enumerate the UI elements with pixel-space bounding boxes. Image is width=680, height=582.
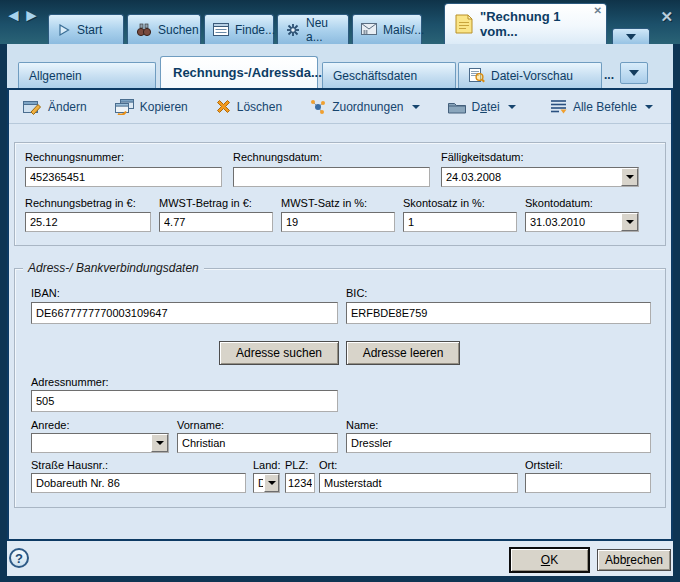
window-tab-finden[interactable]: Finde... [204, 14, 274, 44]
skontodatum-combobox[interactable]: 31.03.2010 [525, 212, 639, 232]
toolbar-label: Löschen [237, 100, 282, 114]
window-tab-neu[interactable]: Neu a... [277, 14, 349, 44]
mail-icon [361, 23, 377, 36]
window-tab-label: Suchen [158, 23, 199, 37]
faelligkeitsdatum-label: Fälligkeitsdatum: [441, 151, 524, 163]
tab-geschaeftsdaten[interactable]: Geschäftsdaten [322, 62, 456, 88]
toolbar-label: Ändern [48, 100, 87, 114]
kopieren-button[interactable]: Kopieren [115, 99, 188, 115]
loeschen-button[interactable]: Löschen [216, 99, 282, 114]
page-tab-label: Rechnungs-/Adressda... [173, 65, 322, 80]
tab-list-dropdown-button[interactable] [612, 28, 650, 44]
button-label: Abbrechen [605, 553, 663, 567]
window-tab-label: Start [77, 23, 102, 37]
iban-label: IBAN: [31, 287, 60, 299]
toolbar: Ändern Kopieren Löschen Zuordnungen D [9, 90, 671, 124]
bic-label: BIC: [346, 287, 367, 299]
window-tab-rechnung-active[interactable]: "Rechnung 1 vom... ✕ [444, 3, 607, 44]
back-arrow-icon[interactable]: ◄ [5, 6, 22, 26]
tab-close-icon[interactable]: ✕ [594, 6, 602, 16]
invoice-data-group: Rechnungsnummer: Rechnungsdatum: Fälligk… [14, 142, 666, 246]
binoculars-icon [136, 23, 152, 37]
page-tab-label: Allgemein [29, 69, 82, 83]
window-tab-label: Finde... [235, 23, 275, 37]
window-tab-label: Neu a... [306, 16, 340, 44]
abbrechen-button[interactable]: Abbrechen [597, 549, 671, 571]
anrede-label: Anrede: [31, 419, 70, 431]
alle-befehle-menu-button[interactable]: Alle Befehle [550, 99, 653, 114]
toolbar-label: Kopieren [140, 100, 188, 114]
mwst-betrag-field[interactable] [159, 212, 273, 232]
ortsteil-label: Ortsteil: [525, 459, 563, 471]
skontosatz-field[interactable] [403, 212, 517, 232]
page-tab-label: Datei-Vorschau [491, 69, 573, 83]
plz-field[interactable] [285, 473, 315, 493]
page-tab-label: Geschäftsdaten [333, 69, 417, 83]
help-icon[interactable]: ? [9, 548, 29, 568]
tab-rechnungs-adressdaten[interactable]: Rechnungs-/Adressda... [160, 56, 318, 88]
rechnungsbetrag-field[interactable] [25, 212, 151, 232]
combobox-value: D [258, 477, 263, 489]
datei-menu-button[interactable]: Datei [448, 100, 516, 114]
window-tab-bar: ◄ ► Start Suchen Finde... Neu a... Mails… [0, 0, 680, 44]
help-glyph: ? [15, 551, 23, 566]
window-tab-label: Mails/... [383, 23, 424, 37]
rechnungsnummer-label: Rechnungsnummer: [25, 151, 124, 163]
combobox-value: 24.03.2008 [446, 171, 620, 183]
rechnungsnummer-field[interactable] [25, 167, 222, 187]
zuordnungen-menu-button[interactable]: Zuordnungen [310, 99, 419, 115]
assignments-icon [310, 99, 326, 115]
document-icon [455, 14, 473, 34]
play-icon [57, 23, 71, 37]
rechnungsdatum-field[interactable] [233, 167, 430, 187]
address-bank-group: Adress-/ Bankverbindungsdaten IBAN: BIC:… [14, 268, 666, 508]
address-section-title: Adress-/ Bankverbindungsdaten [23, 261, 204, 275]
window-close-icon[interactable]: ✕ [660, 9, 673, 25]
strasse-field[interactable] [31, 473, 246, 493]
chevron-down-icon [156, 441, 164, 445]
combobox-arrow-button[interactable] [264, 474, 279, 492]
folder-icon [448, 100, 466, 114]
land-combobox[interactable]: D [253, 473, 280, 493]
adresse-leeren-button[interactable]: Adresse leeren [346, 341, 460, 365]
preview-icon [469, 68, 485, 83]
strasse-label: Straße Hausnr.: [31, 459, 108, 471]
tab-allgemein[interactable]: Allgemein [18, 62, 156, 88]
chevron-down-icon [626, 34, 636, 40]
ortsteil-field[interactable] [525, 473, 651, 493]
button-label: Adresse leeren [363, 346, 444, 360]
chevron-down-icon [626, 220, 634, 224]
bic-field[interactable] [346, 302, 651, 324]
chevron-down-icon [645, 105, 653, 109]
adresse-suchen-button[interactable]: Adresse suchen [219, 341, 339, 365]
page-tab-dropdown-button[interactable] [620, 62, 648, 84]
delete-x-icon [216, 99, 231, 114]
window-tab-mails[interactable]: Mails/... [352, 14, 422, 44]
vorname-field[interactable] [177, 433, 338, 453]
iban-field[interactable] [31, 302, 338, 324]
combobox-arrow-button[interactable] [621, 213, 638, 231]
chevron-down-icon [629, 70, 639, 76]
tab-datei-vorschau[interactable]: Datei-Vorschau [458, 62, 602, 88]
button-label: Adresse suchen [236, 346, 322, 360]
new-burst-icon [286, 23, 300, 37]
tab-overflow-label[interactable]: ... [604, 68, 614, 82]
land-label: Land: [253, 459, 281, 471]
combobox-arrow-button[interactable] [151, 434, 168, 452]
skontosatz-label: Skontosatz in %: [403, 197, 485, 209]
faelligkeitsdatum-combobox[interactable]: 24.03.2008 [441, 167, 639, 187]
skontodatum-label: Skontodatum: [525, 197, 593, 209]
window-tab-start[interactable]: Start [48, 14, 124, 44]
ort-field[interactable] [319, 473, 518, 493]
forward-arrow-icon[interactable]: ► [23, 6, 40, 26]
anrede-combobox[interactable] [31, 433, 169, 453]
ok-button[interactable]: OK [509, 547, 590, 573]
name-label: Name: [346, 419, 378, 431]
chevron-down-icon [268, 481, 276, 485]
combobox-arrow-button[interactable] [621, 168, 638, 186]
window-tab-suchen[interactable]: Suchen [127, 14, 201, 44]
name-field[interactable] [346, 433, 651, 453]
aendern-button[interactable]: Ändern [23, 99, 87, 115]
mwst-satz-field[interactable] [281, 212, 395, 232]
adressnummer-field[interactable] [31, 390, 338, 412]
